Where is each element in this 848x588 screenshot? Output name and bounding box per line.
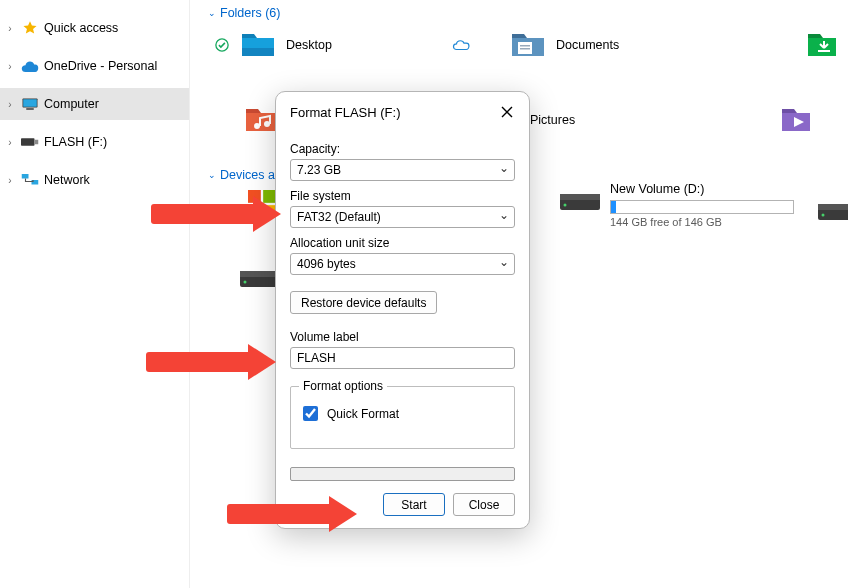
nav-label: Quick access [44,21,118,35]
cloud-status-icon [452,38,470,52]
folder-videos[interactable] [780,103,810,136]
svg-point-25 [564,204,567,207]
nav-item-onedrive[interactable]: › OneDrive - Personal [0,50,189,82]
close-button[interactable] [497,102,517,122]
close-icon [501,106,513,118]
nav-label: Network [44,173,90,187]
start-button[interactable]: Start [383,493,445,516]
svg-rect-8 [242,48,274,56]
nav-item-flash[interactable]: › FLASH (F:) [0,126,189,158]
quick-format-checkbox[interactable] [303,406,318,421]
svg-point-22 [244,281,247,284]
device-new-volume[interactable]: New Volume (D:) 144 GB free of 146 GB [560,182,794,228]
volume-free-text: 144 GB free of 146 GB [610,216,794,228]
folder-icon [240,28,276,61]
nav-label: OneDrive - Personal [44,59,157,73]
nav-item-quick-access[interactable]: › Quick access [0,12,189,44]
svg-rect-27 [818,204,848,210]
svg-rect-4 [35,140,39,145]
quick-format-label: Quick Format [327,407,399,421]
restore-defaults-button[interactable]: Restore device defaults [290,291,437,314]
chevron-right-icon: › [4,175,16,186]
folder-icon [806,28,836,61]
filesystem-select[interactable]: FAT32 (Default) [290,206,515,228]
nav-item-computer[interactable]: › Computer [0,88,189,120]
svg-rect-18 [248,205,261,218]
svg-rect-5 [22,174,29,179]
svg-rect-11 [520,48,530,50]
allocation-label: Allocation unit size [290,236,515,250]
nav-label: FLASH (F:) [44,135,107,149]
chevron-right-icon: › [4,99,16,110]
format-options-legend: Format options [299,379,387,393]
sync-ok-icon [214,37,230,53]
folder-desktop[interactable]: Desktop [214,28,494,61]
network-icon [20,171,40,189]
chevron-down-icon: ⌄ [208,170,216,180]
folder-documents[interactable]: Documents [510,28,790,61]
devices-header-text: Devices a [220,168,275,182]
volume-label-input[interactable] [290,347,515,369]
nav-pane: › Quick access › OneDrive - Personal › C… [0,0,190,588]
chevron-right-icon: › [4,61,16,72]
usb-drive-icon [20,133,40,151]
folder-label: Pictures [530,113,575,127]
volume-label: New Volume (D:) [610,182,794,196]
folder-downloads[interactable] [806,28,836,61]
volume-label-label: Volume label [290,330,515,344]
nav-item-network[interactable]: › Network [0,164,189,196]
quick-format-option[interactable]: Quick Format [299,403,506,424]
folder-icon [510,28,546,61]
svg-rect-12 [818,50,830,52]
svg-rect-1 [23,99,37,107]
cloud-icon [20,57,40,75]
folder-icon [780,103,810,136]
filesystem-label: File system [290,189,515,203]
windows-icon [248,190,276,218]
device-cut[interactable] [818,192,848,225]
chevron-right-icon: › [4,23,16,34]
svg-point-28 [822,214,825,217]
hdd-icon [560,182,600,212]
svg-rect-16 [248,190,261,203]
format-progress-bar [290,467,515,481]
svg-rect-24 [560,194,600,200]
svg-rect-3 [21,138,35,146]
nav-label: Computer [44,97,99,111]
dialog-title: Format FLASH (F:) [290,105,401,120]
svg-rect-2 [26,108,34,110]
close-action-button[interactable]: Close [453,493,515,516]
chevron-right-icon: › [4,137,16,148]
format-dialog: Format FLASH (F:) Capacity: 7.23 GB File… [275,91,530,529]
folders-header-text: Folders (6) [220,6,280,20]
capacity-label: Capacity: [290,142,515,156]
hdd-icon [818,192,848,222]
allocation-select[interactable]: 4096 bytes [290,253,515,275]
svg-rect-21 [240,271,280,277]
svg-rect-10 [520,45,530,47]
hdd-icon [240,259,280,289]
computer-icon [20,95,40,113]
star-icon [20,19,40,37]
volume-usage-bar [610,200,794,214]
folder-label: Desktop [286,38,332,52]
chevron-down-icon: ⌄ [208,8,216,18]
folders-group-header[interactable]: ⌄ Folders (6) [208,6,848,20]
format-options-group: Format options Quick Format [290,379,515,449]
capacity-select[interactable]: 7.23 GB [290,159,515,181]
folder-label: Documents [556,38,619,52]
